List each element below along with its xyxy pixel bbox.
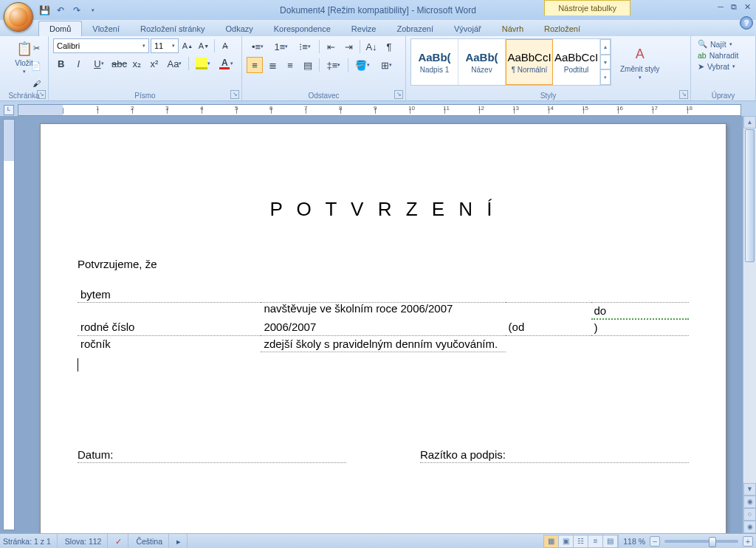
- font-name-combo[interactable]: Calibri▾: [53, 38, 149, 53]
- text-cursor: [78, 358, 689, 374]
- sort-button[interactable]: A↓: [363, 38, 379, 55]
- scroll-thumb[interactable]: [745, 129, 755, 262]
- status-page[interactable]: Stránka: 1 z 1: [3, 534, 58, 548]
- tab-vyvojar[interactable]: Vývojář: [444, 21, 492, 36]
- line-spacing-button[interactable]: ‡≡▾: [323, 57, 345, 73]
- zoom-out-button[interactable]: −: [650, 536, 660, 547]
- grow-font-icon[interactable]: A▲: [180, 38, 195, 53]
- increase-indent-button[interactable]: ⇥: [340, 38, 357, 55]
- status-words[interactable]: Slova: 112: [65, 534, 109, 548]
- borders-button[interactable]: ⊞▾: [375, 57, 397, 73]
- status-proofing[interactable]: ✓: [115, 534, 128, 548]
- tab-navrh[interactable]: Návrh: [492, 21, 534, 36]
- tab-rozlozeni-stranky[interactable]: Rozložení stránky: [130, 21, 215, 36]
- horizontal-ruler[interactable]: 123456789101112131415161718: [18, 104, 741, 116]
- status-macro[interactable]: ▸: [176, 534, 188, 548]
- style-item-nadpis1[interactable]: AaBb( Nadpis 1: [411, 39, 458, 85]
- underline-button[interactable]: U▾: [88, 55, 109, 72]
- scroll-up-icon[interactable]: ▲: [743, 116, 756, 129]
- chevron-down-icon: ▾: [23, 69, 26, 75]
- justify-button[interactable]: ▤: [300, 57, 316, 73]
- replace-button[interactable]: abNahradit: [695, 50, 751, 61]
- format-painter-icon[interactable]: 🖌: [29, 76, 44, 91]
- show-marks-button[interactable]: ¶: [381, 38, 397, 55]
- dialog-launcher-icon[interactable]: ↘: [394, 90, 403, 99]
- bullets-button[interactable]: •≡▾: [247, 38, 269, 55]
- select-button[interactable]: ➤Vybrat▾: [695, 61, 751, 72]
- vertical-ruler[interactable]: [3, 119, 15, 530]
- close-icon[interactable]: ✕: [742, 2, 753, 12]
- print-layout-view-icon[interactable]: ▦: [544, 535, 559, 547]
- align-right-button[interactable]: ≡: [282, 57, 298, 73]
- tab-revize[interactable]: Revize: [341, 21, 387, 36]
- prev-page-icon[interactable]: ◉: [743, 496, 756, 508]
- zoom-slider[interactable]: [664, 540, 738, 543]
- office-button[interactable]: [4, 2, 33, 32]
- shrink-font-icon[interactable]: A▼: [196, 38, 211, 53]
- font-color-button[interactable]: ▾: [216, 55, 237, 72]
- change-styles-icon: A: [631, 46, 649, 64]
- cut-icon[interactable]: ✂: [29, 41, 44, 55]
- highlight-button[interactable]: ▾: [192, 55, 213, 72]
- redo-icon[interactable]: ↷: [71, 4, 83, 16]
- vertical-scrollbar[interactable]: ▲ ▼ ◉ ○ ◉: [743, 116, 756, 533]
- dialog-launcher-icon[interactable]: ↘: [37, 90, 46, 99]
- document-area: P O T V R Z E N Í Potvrzujeme, že bytem …: [0, 116, 756, 533]
- style-item-podtitul[interactable]: AaBbCcI Podtitul: [553, 39, 600, 85]
- draft-view-icon[interactable]: ▤: [603, 535, 618, 547]
- change-styles-button[interactable]: A Změnit styly ▾: [616, 38, 664, 87]
- group-label: Styly: [406, 92, 690, 100]
- align-left-button[interactable]: ≡: [247, 57, 263, 73]
- browse-object-icon[interactable]: ○: [743, 508, 756, 521]
- copy-icon[interactable]: 📄: [29, 58, 44, 73]
- title-bar: 💾 ↶ ↷ ▾ Dokument4 [Režim kompatibility] …: [0, 0, 756, 20]
- clear-formatting-icon[interactable]: A̶: [218, 38, 233, 53]
- style-item-normalni[interactable]: AaBbCcI ¶ Normální: [506, 39, 553, 85]
- restore-icon[interactable]: ⧉: [729, 2, 739, 12]
- undo-icon[interactable]: ↶: [55, 4, 66, 16]
- tab-vlozeni[interactable]: Vložení: [82, 21, 130, 36]
- tab-rozlozeni[interactable]: Rozložení: [534, 21, 591, 36]
- tab-odkazy[interactable]: Odkazy: [215, 21, 263, 36]
- tab-korespondence[interactable]: Korespondence: [264, 21, 341, 36]
- style-item-nazev[interactable]: AaBb( Název: [458, 39, 506, 85]
- zoom-in-button[interactable]: +: [743, 536, 753, 547]
- status-language[interactable]: Čeština: [136, 534, 169, 548]
- scroll-down-icon[interactable]: ▼: [743, 483, 756, 496]
- contextual-tab-title: Nástroje tabulky: [544, 0, 630, 16]
- doc-table: bytem navštěvuje ve školním roce 2006/20…: [78, 287, 689, 352]
- qat-customize-icon[interactable]: ▾: [87, 4, 99, 16]
- tab-zobrazeni[interactable]: Zobrazení: [386, 21, 444, 36]
- replace-icon: ab: [698, 51, 707, 60]
- dialog-launcher-icon[interactable]: ↘: [679, 90, 688, 99]
- outline-view-icon[interactable]: ≡: [588, 535, 603, 547]
- superscript-button[interactable]: x²: [146, 55, 162, 72]
- shading-button[interactable]: 🪣▾: [351, 57, 374, 73]
- dialog-launcher-icon[interactable]: ↘: [230, 90, 239, 99]
- next-page-icon[interactable]: ◉: [743, 521, 756, 533]
- tab-domu[interactable]: Domů: [38, 21, 82, 36]
- zoom-level[interactable]: 118 %: [623, 537, 645, 546]
- find-button[interactable]: 🔍Najít▾: [695, 38, 751, 49]
- save-icon[interactable]: 💾: [38, 4, 50, 16]
- razitko-field: Razítko a podpis:: [420, 448, 689, 463]
- web-layout-view-icon[interactable]: ☷: [574, 535, 588, 547]
- numbering-button[interactable]: 1≡▾: [270, 38, 292, 55]
- change-case-button[interactable]: Aa▾: [164, 55, 185, 72]
- font-size-combo[interactable]: 11▾: [151, 38, 179, 53]
- decrease-indent-button[interactable]: ⇤: [323, 38, 339, 55]
- help-icon[interactable]: ?: [740, 16, 753, 30]
- styles-gallery[interactable]: AaBb( Nadpis 1 AaBb( Název AaBbCcI ¶ Nor…: [410, 38, 611, 86]
- gallery-scroll[interactable]: ▲▼▾: [600, 39, 611, 85]
- bold-button[interactable]: B: [53, 55, 69, 72]
- align-center-button[interactable]: ≣: [264, 57, 281, 73]
- tab-selector[interactable]: L: [0, 104, 18, 116]
- strikethrough-button[interactable]: abc: [111, 55, 128, 72]
- multilevel-list-button[interactable]: ⁝≡▾: [294, 38, 316, 55]
- full-screen-view-icon[interactable]: ▣: [559, 535, 574, 547]
- italic-button[interactable]: I: [71, 55, 87, 72]
- group-label: Písmo: [49, 92, 241, 100]
- subscript-button[interactable]: x₂: [129, 55, 145, 72]
- minimize-icon[interactable]: ─: [715, 2, 726, 12]
- page[interactable]: P O T V R Z E N Í Potvrzujeme, že bytem …: [40, 123, 726, 533]
